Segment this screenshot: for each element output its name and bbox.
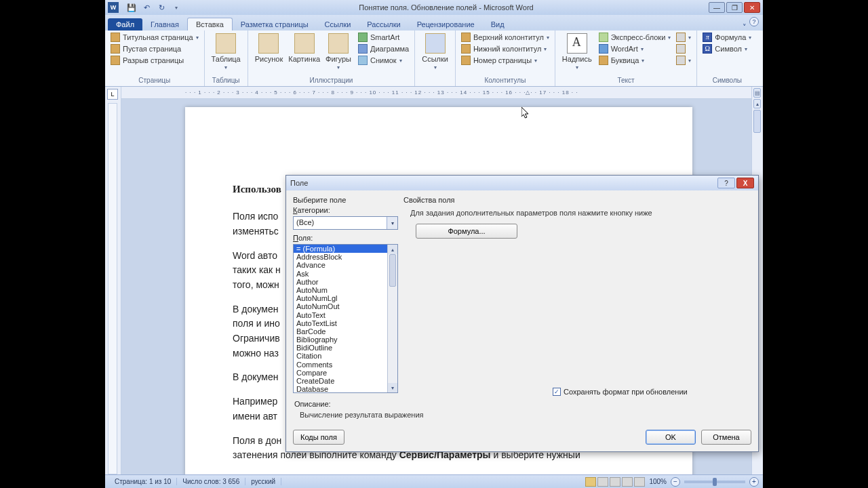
zoom-value[interactable]: 100% <box>649 478 667 485</box>
date-time-button[interactable] <box>675 43 692 54</box>
minimize-ribbon-icon[interactable]: ˬ <box>743 17 747 26</box>
tab-insert[interactable]: Вставка <box>187 18 233 30</box>
tab-stop-selector[interactable]: L <box>107 89 118 100</box>
picture-label: Рисунок <box>255 55 283 63</box>
tab-file[interactable]: Файл <box>108 18 142 30</box>
listbox-scrollbar[interactable]: ▴ ▾ <box>387 245 397 392</box>
smartart-button[interactable]: SmartArt <box>357 32 410 43</box>
close-button[interactable]: ✕ <box>744 2 760 13</box>
field-list-item[interactable]: AddressBlock <box>294 253 387 261</box>
textbox-button[interactable]: AНадпись▾ <box>559 32 595 72</box>
scrollbar-thumb[interactable] <box>753 110 761 133</box>
zoom-out-button[interactable]: − <box>671 477 680 487</box>
blank-page-button[interactable]: Пустая страница <box>109 43 200 54</box>
formula-button[interactable]: Формула... <box>416 224 517 239</box>
table-button[interactable]: Таблица▾ <box>209 32 243 72</box>
group-text: AНадпись▾ Экспресс-блоки ▾ WordArt ▾ Бук… <box>555 30 697 86</box>
footer-button[interactable]: Нижний колонтитул ▾ <box>460 43 551 54</box>
field-list-item[interactable]: Author <box>294 278 387 286</box>
maximize-button[interactable]: ❐ <box>726 2 743 13</box>
preserve-format-checkbox[interactable]: ✓ <box>553 388 561 396</box>
vertical-ruler[interactable] <box>108 103 117 474</box>
field-list-item[interactable]: Comments <box>294 361 387 369</box>
page-break-button[interactable]: Разрыв страницы <box>109 55 200 66</box>
zoom-in-button[interactable]: + <box>749 477 759 487</box>
field-list-item[interactable]: Ask <box>294 270 387 278</box>
redo-icon[interactable]: ↻ <box>155 1 167 14</box>
field-list-item[interactable]: Compare <box>294 369 387 377</box>
outline-view-icon[interactable] <box>622 477 633 487</box>
tab-references[interactable]: Ссылки <box>317 18 359 30</box>
wordart-button[interactable]: WordArt ▾ <box>597 43 673 54</box>
tab-page-layout[interactable]: Разметка страницы <box>233 18 317 30</box>
field-list-item[interactable]: CreateDate <box>294 377 387 385</box>
field-list-item[interactable]: Database <box>294 385 387 392</box>
combo-dropdown-icon[interactable]: ▾ <box>387 217 397 229</box>
shapes-button[interactable]: Фигуры▾ <box>323 32 354 72</box>
object-button[interactable]: ▾ <box>675 55 692 66</box>
scroll-up-icon[interactable]: ▴ <box>753 99 761 108</box>
tab-review[interactable]: Рецензирование <box>409 18 483 30</box>
dialog-close-button[interactable]: X <box>736 178 754 188</box>
status-language[interactable]: русский <box>245 478 281 485</box>
field-list-item[interactable]: AutoTextList <box>294 319 387 327</box>
zoom-slider-thumb[interactable] <box>713 478 717 486</box>
sig-line-button[interactable]: ▾ <box>675 32 692 43</box>
page-number-button[interactable]: Номер страницы ▾ <box>460 55 551 66</box>
window-title: Понятие поля. Обновление полей - Microso… <box>186 3 706 12</box>
tab-view[interactable]: Вид <box>483 18 513 30</box>
page-break-icon <box>111 56 120 65</box>
undo-icon[interactable]: ↶ <box>140 1 153 14</box>
scrollbar-thumb[interactable] <box>389 254 396 287</box>
field-list-item[interactable]: AutoNumOut <box>294 302 387 310</box>
picture-button[interactable]: Рисунок <box>252 32 286 64</box>
zoom-slider[interactable] <box>684 481 745 483</box>
field-list-item[interactable]: AutoNumLgl <box>294 294 387 302</box>
status-words[interactable]: Число слов: 3 656 <box>177 478 245 485</box>
web-layout-view-icon[interactable] <box>610 477 620 487</box>
dropcap-button[interactable]: Буквица ▾ <box>597 55 673 66</box>
tab-mailings[interactable]: Рассылки <box>359 18 408 30</box>
wordart-label: WordArt <box>611 45 638 53</box>
symbol-button[interactable]: ΩСимвол ▾ <box>701 43 753 54</box>
field-list-item[interactable]: BidiOutline <box>294 344 387 352</box>
field-list-item[interactable]: = (Formula) <box>294 245 387 253</box>
quickparts-button[interactable]: Экспресс-блоки ▾ <box>597 32 673 43</box>
tab-home[interactable]: Главная <box>142 18 187 30</box>
categories-combo[interactable]: (Все) ▾ <box>293 216 398 230</box>
field-list-item[interactable]: Citation <box>294 352 387 360</box>
clipart-button[interactable]: Картинка <box>285 32 323 64</box>
ok-button[interactable]: OK <box>646 430 696 445</box>
ruler-toggle-icon[interactable]: ▤ <box>753 88 761 98</box>
screenshot-button[interactable]: Снимок ▾ <box>357 55 410 66</box>
help-icon[interactable]: ? <box>749 17 759 26</box>
minimize-button[interactable]: — <box>709 2 725 13</box>
dialog-titlebar[interactable]: Поле ? X <box>286 176 758 190</box>
chart-button[interactable]: Диаграмма <box>357 43 410 54</box>
field-list-item[interactable]: Bibliography <box>294 336 387 344</box>
sig-line-icon <box>676 33 686 42</box>
field-list-item[interactable]: AutoNum <box>294 286 387 294</box>
status-page[interactable]: Страница: 1 из 10 <box>109 478 177 485</box>
field-list-item[interactable]: AutoText <box>294 311 387 319</box>
field-properties-label: Свойства поля <box>403 196 751 204</box>
equation-button[interactable]: πФормула ▾ <box>701 32 753 43</box>
dialog-help-button[interactable]: ? <box>717 178 735 188</box>
links-button[interactable]: Ссылки▾ <box>419 32 451 72</box>
save-icon[interactable]: 💾 <box>125 1 138 14</box>
fullscreen-reading-view-icon[interactable] <box>597 477 608 487</box>
field-list-item[interactable]: Advance <box>294 261 387 269</box>
fields-listbox[interactable]: = (Formula)AddressBlockAdvanceAskAuthorA… <box>293 244 398 393</box>
cancel-button[interactable]: Отмена <box>701 430 751 445</box>
print-layout-view-icon[interactable] <box>585 477 596 487</box>
field-codes-button[interactable]: Коды поля <box>293 430 344 445</box>
cover-page-button[interactable]: Титульная страница ▾ <box>109 32 200 43</box>
scroll-up-icon[interactable]: ▴ <box>388 245 397 254</box>
qat-dropdown-icon[interactable]: ▾ <box>170 1 182 14</box>
horizontal-ruler[interactable]: · · · 1 · · · 2 · · · 3 · · · 4 · · · 5 … <box>121 87 751 99</box>
field-list-item[interactable]: BarCode <box>294 327 387 336</box>
draft-view-icon[interactable] <box>634 477 645 487</box>
header-button[interactable]: Верхний колонтитул ▾ <box>460 32 551 43</box>
footer-icon <box>461 44 471 54</box>
scroll-down-icon[interactable]: ▾ <box>388 383 397 392</box>
